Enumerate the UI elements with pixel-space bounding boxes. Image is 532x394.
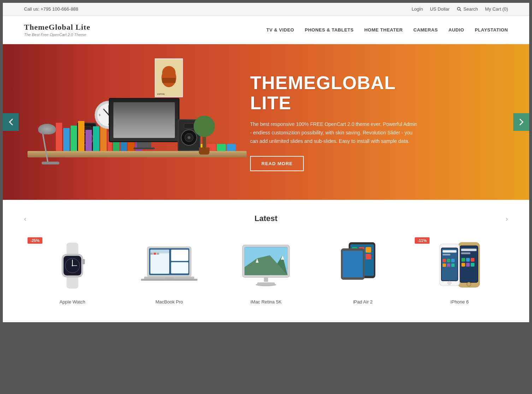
nav-audio[interactable]: AUDIO xyxy=(449,25,464,34)
svg-rect-78 xyxy=(471,258,475,262)
svg-rect-79 xyxy=(461,263,465,267)
svg-rect-25 xyxy=(66,243,78,256)
product-card[interactable]: iMac Retina 5K xyxy=(218,234,314,308)
monitor-display xyxy=(113,102,175,138)
imac-image xyxy=(240,241,292,290)
svg-rect-45 xyxy=(165,278,174,279)
poster-graphic: EMPIRE xyxy=(155,58,182,97)
svg-point-82 xyxy=(467,282,471,286)
product-name: iMac Retina 5K xyxy=(250,299,282,305)
product-image-area xyxy=(124,237,214,294)
apple-watch-image xyxy=(55,243,90,289)
products-prev-button[interactable]: ‹ xyxy=(24,215,26,223)
svg-rect-87 xyxy=(443,250,456,253)
top-bar-right: Login US Dollar Search My Cart (0) xyxy=(412,6,508,12)
svg-rect-24 xyxy=(184,123,194,128)
svg-rect-88 xyxy=(443,254,450,255)
svg-rect-26 xyxy=(66,276,78,289)
svg-rect-90 xyxy=(447,259,450,262)
svg-rect-56 xyxy=(257,283,275,285)
plant-leaves xyxy=(194,116,215,137)
poster: EMPIRE xyxy=(155,58,183,97)
hero-description: The best responsive 100% FREE OpenCart 2… xyxy=(250,120,420,145)
discount-badge: -11% xyxy=(415,237,430,244)
products-grid: -25% xyxy=(24,234,508,308)
discount-badge: -25% xyxy=(28,237,42,244)
products-section: ‹ › Latest -25% xyxy=(3,200,529,322)
svg-rect-74 xyxy=(461,249,477,251)
svg-rect-77 xyxy=(466,258,470,262)
page-wrapper: Call us: +795 100-666-888 Login US Dolla… xyxy=(0,0,532,325)
svg-rect-39 xyxy=(171,262,188,273)
svg-point-32 xyxy=(72,265,73,266)
search-icon xyxy=(457,7,462,12)
nav-tv-video[interactable]: TV & VIDEO xyxy=(266,25,294,34)
product-card[interactable]: -11% xyxy=(411,234,508,308)
products-section-title: Latest xyxy=(255,214,278,223)
svg-rect-80 xyxy=(466,263,470,267)
logo-title[interactable]: ThemeGlobal Lite xyxy=(24,23,90,32)
nav-cameras[interactable]: CAMERAS xyxy=(413,25,438,34)
products-header: ‹ › Latest xyxy=(24,214,508,223)
product-image-area xyxy=(318,237,408,294)
sticky-4 xyxy=(227,144,236,151)
monitor-screen xyxy=(109,98,179,142)
products-next-button[interactable]: › xyxy=(506,215,508,223)
cart-link[interactable]: My Cart (0) xyxy=(485,6,508,12)
shelf-illustration: 12 3 6 9 xyxy=(20,44,250,200)
product-card[interactable]: -25% xyxy=(24,234,121,308)
svg-text:EMPIRE: EMPIRE xyxy=(157,93,165,95)
svg-text:9: 9 xyxy=(99,114,100,117)
chevron-right-icon xyxy=(519,118,524,126)
slider-next-button[interactable] xyxy=(513,113,529,131)
product-name: Apple Watch xyxy=(59,299,85,305)
main-nav: TV & VIDEO PHONES & TABLETS HOME THEATER… xyxy=(266,25,508,34)
nav-phones-tablets[interactable]: PHONES & TABLETS xyxy=(305,25,354,34)
svg-rect-81 xyxy=(471,263,475,267)
macbook-image xyxy=(141,243,197,289)
svg-rect-89 xyxy=(443,259,446,262)
iphone-image xyxy=(437,241,483,290)
top-bar: Call us: +795 100-666-888 Login US Dolla… xyxy=(3,3,529,16)
svg-rect-40 xyxy=(150,253,153,255)
svg-point-0 xyxy=(457,7,460,10)
ipad-image xyxy=(340,241,386,290)
svg-rect-44 xyxy=(141,279,197,280)
nav-playstation[interactable]: PLAYSTATION xyxy=(475,25,508,34)
hero-slider: 12 3 6 9 xyxy=(3,44,529,200)
svg-rect-42 xyxy=(156,253,159,255)
product-name: MacBook Pro xyxy=(155,299,183,305)
site-wrapper: Call us: +795 100-666-888 Login US Dolla… xyxy=(3,3,529,322)
currency-selector[interactable]: US Dollar xyxy=(430,6,450,12)
product-name: iPhone 6 xyxy=(450,299,468,305)
search-button[interactable]: Search xyxy=(457,6,478,12)
svg-rect-65 xyxy=(366,254,371,260)
product-card[interactable]: MacBook Pro xyxy=(121,234,218,308)
svg-rect-91 xyxy=(451,259,455,262)
plant xyxy=(194,116,215,151)
hero-cta-button[interactable]: READ MORE xyxy=(250,156,304,171)
plant-pot xyxy=(199,147,209,155)
svg-rect-33 xyxy=(82,259,85,264)
header: ThemeGlobal Lite The Best Free OpenCart … xyxy=(3,16,529,44)
hero-title: THEMEGLOBAL LITE xyxy=(250,73,420,113)
svg-point-17 xyxy=(162,66,176,80)
lamp-head xyxy=(38,124,56,134)
svg-rect-94 xyxy=(451,263,455,267)
plant-trunk xyxy=(202,137,206,147)
slider-prev-button[interactable] xyxy=(3,113,19,131)
lamp-base xyxy=(42,162,59,164)
product-card[interactable]: iPad Air 2 xyxy=(314,234,411,308)
product-name: iPad Air 2 xyxy=(353,299,373,305)
svg-rect-37 xyxy=(150,250,169,254)
logo-area: ThemeGlobal Lite The Best Free OpenCart … xyxy=(24,23,90,37)
sticky-3 xyxy=(217,144,226,151)
monitor xyxy=(109,98,179,151)
svg-rect-93 xyxy=(447,263,450,267)
nav-home-theater[interactable]: HOME THEATER xyxy=(364,25,403,34)
login-link[interactable]: Login xyxy=(412,6,423,12)
svg-line-1 xyxy=(460,10,461,11)
product-image-area xyxy=(415,237,504,294)
svg-rect-68 xyxy=(343,251,363,277)
svg-rect-92 xyxy=(443,263,446,267)
